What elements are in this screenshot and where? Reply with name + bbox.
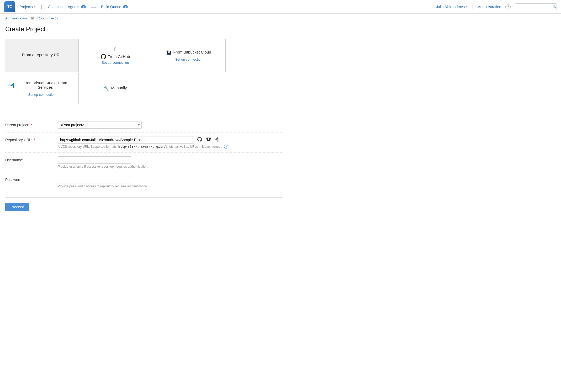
project-source-cards-row2: From Visual Studio Team Services Set up … [5, 73, 152, 104]
nav-right: Julia Alexandrova ▾ | Administration ? 🔍 [436, 3, 557, 10]
url-help-icon[interactable]: ? [224, 145, 228, 149]
top-navigation: TC Projects ▾ | Changes Agents 1 Build Q… [0, 0, 561, 14]
main-content: Create Project From a repository URL  F… [0, 23, 289, 222]
proceed-section: Proceed [5, 197, 283, 211]
breadcrumb: Administration / ⊞ <Root project> [0, 14, 561, 23]
build-queue-badge: 1 [123, 5, 128, 8]
build-queue-button[interactable] [91, 6, 96, 8]
required-star-parent: * [31, 123, 32, 127]
password-label: Password: [5, 176, 52, 182]
vsts-icon [10, 83, 16, 89]
form-row-username: Username: Provide username if access to … [5, 153, 283, 172]
nav-sep-1: | [41, 5, 42, 9]
nav-changes[interactable]: Changes [48, 5, 62, 9]
proceed-button[interactable]: Proceed [5, 203, 29, 211]
github-fill-icon-btn[interactable] [196, 136, 203, 143]
projects-dropdown-icon: ▾ [34, 5, 35, 8]
nav-projects[interactable]: Projects ▾ [19, 5, 35, 9]
project-source-cards-row1: From a repository URL  From GitHub Set … [5, 39, 226, 72]
card-repo-url[interactable]: From a repository URL [5, 39, 79, 72]
nav-administration[interactable]: Administration [478, 5, 501, 9]
repo-url-hint: A VCS repository URL. Supported formats:… [58, 145, 283, 149]
username-control: Provide username if access to repository… [58, 156, 283, 168]
username-input[interactable] [58, 156, 131, 164]
parent-project-label: Parent project: * [5, 121, 52, 127]
form-row-password: Password: Provide password if access to … [5, 172, 283, 192]
nav-agents[interactable]: Agents 1 [68, 5, 86, 9]
github-icon-mark [101, 54, 106, 61]
breadcrumb-sep-1: / [28, 16, 29, 20]
repo-url-input[interactable] [58, 136, 194, 144]
username-hint: Provide username if access to repository… [58, 165, 283, 168]
nav-build-queue[interactable]: Build Queue 1 [101, 5, 128, 9]
bitbucket-icon [166, 50, 172, 56]
repo-url-control: A VCS repository URL. Supported formats:… [58, 136, 283, 149]
required-star-url: * [34, 138, 35, 142]
username-label: Username: [5, 156, 52, 162]
search-input[interactable] [517, 5, 551, 9]
password-hint: Provide password if access to repository… [58, 184, 283, 188]
nav-sep-2: | [472, 5, 473, 9]
help-button[interactable]: ? [505, 4, 511, 9]
card-bitbucket-title: From Bitbucket Cloud [173, 50, 211, 54]
parent-project-select-wrapper[interactable]: <Root project> [58, 121, 142, 129]
parent-project-control: <Root project> [58, 121, 283, 129]
form-row-repo-url: Repository URL: * [5, 133, 283, 153]
card-github-title: From GitHub [108, 54, 130, 59]
wrench-icon: 🔧 [104, 86, 109, 92]
vsts-fill-icon-btn[interactable] [214, 136, 221, 143]
repo-url-label: Repository URL: * [5, 136, 52, 142]
logo[interactable]: TC [4, 1, 15, 12]
search-icon: 🔍 [552, 5, 557, 9]
card-github-link[interactable]: Set up connection [102, 61, 129, 65]
user-dropdown-icon: ▾ [466, 5, 468, 8]
card-bitbucket-link[interactable]: Set up connection [175, 57, 202, 61]
logo-text: TC [7, 4, 12, 9]
breadcrumb-administration[interactable]: Administration [5, 16, 27, 20]
card-vsts-link[interactable]: Set up connection [28, 93, 55, 97]
breadcrumb-root-project[interactable]: <Root project> [35, 16, 58, 20]
repo-url-input-row [58, 136, 283, 144]
card-vsts-title: From Visual Studio Team Services [17, 81, 73, 89]
github-icon:  [114, 46, 116, 52]
password-input[interactable] [58, 176, 131, 183]
page-title: Create Project [5, 25, 283, 33]
bitbucket-fill-icon-btn[interactable] [205, 136, 212, 143]
card-bitbucket[interactable]: From Bitbucket Cloud Set up connection [152, 39, 226, 72]
search-box[interactable]: 🔍 [515, 3, 557, 10]
agents-badge: 1 [81, 5, 86, 8]
card-manually-title: Manually [111, 86, 127, 90]
breadcrumb-grid-icon: ⊞ [31, 16, 34, 20]
card-manually[interactable]: 🔧 Manually [78, 73, 152, 104]
parent-project-select[interactable]: <Root project> [58, 121, 142, 129]
create-project-form: Parent project: * <Root project> Reposit… [5, 112, 283, 211]
card-repo-url-title: From a repository URL [22, 52, 62, 57]
card-github[interactable]:  From GitHub Set up connection [78, 39, 152, 72]
card-vsts[interactable]: From Visual Studio Team Services Set up … [5, 73, 79, 104]
nav-links: Projects ▾ | Changes Agents 1 Build Queu… [19, 5, 436, 9]
password-control: Provide password if access to repository… [58, 176, 283, 188]
form-row-parent-project: Parent project: * <Root project> [5, 118, 283, 133]
user-menu[interactable]: Julia Alexandrova ▾ [436, 5, 468, 9]
